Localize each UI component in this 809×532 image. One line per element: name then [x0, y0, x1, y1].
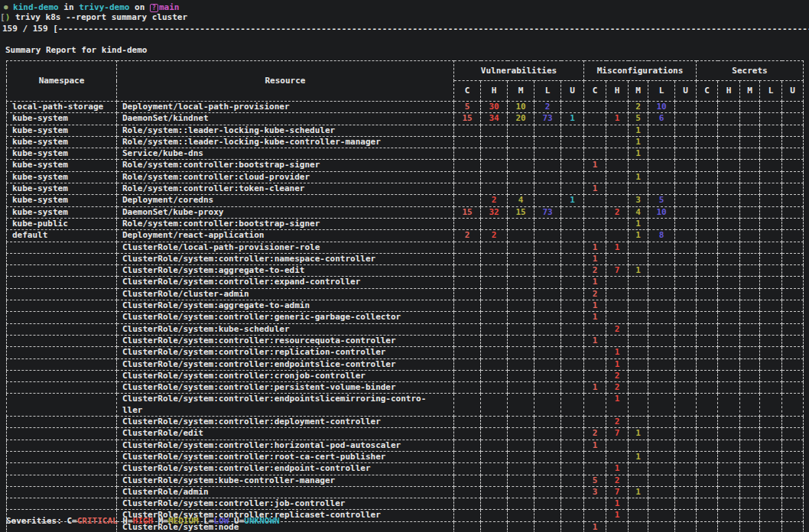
secrets-l-cell — [760, 463, 782, 475]
vuln-c-cell — [454, 312, 481, 323]
namespace-cell — [7, 300, 117, 312]
secrets-c-cell — [697, 148, 718, 160]
vuln-h-cell — [481, 288, 508, 300]
prompt-on-word: on — [135, 2, 145, 12]
misc-h-cell: 1 — [606, 498, 629, 510]
table-row: ClusterRole/cluster-admin2 — [7, 288, 804, 300]
misc-h-cell — [606, 102, 629, 113]
secrets-l-cell — [760, 102, 782, 113]
vuln-m-cell: 15 — [508, 206, 534, 218]
secrets-h-cell — [718, 125, 740, 136]
resource-cell: ClusterRole/edit — [117, 428, 454, 440]
misc-l-cell — [648, 428, 675, 440]
misc-h-cell — [606, 440, 629, 451]
secrets-m-cell — [740, 312, 760, 323]
misc-u-cell — [675, 102, 697, 113]
table-row: ClusterRole/system:controller:generic-ga… — [7, 312, 804, 323]
secrets-h-cell — [718, 370, 740, 381]
misc-h-cell — [606, 288, 629, 300]
misc-c-cell — [584, 195, 606, 206]
git-branch-icon: ? — [150, 4, 158, 12]
vuln-c-cell — [454, 160, 481, 171]
table-row: ClusterRole/system:kube-scheduler2 — [7, 323, 804, 335]
namespace-cell — [7, 463, 117, 475]
vuln-l-cell — [534, 253, 561, 264]
misc-h-cell: 1 — [606, 113, 629, 125]
vuln-m-cell: 10 — [508, 102, 534, 113]
vuln-u-cell — [561, 382, 584, 394]
vuln-u-cell — [561, 335, 584, 346]
vuln-h-cell — [481, 136, 508, 148]
misc-l-cell: 5 — [648, 195, 675, 206]
table-row: ClusterRole/system:controller:endpointsl… — [7, 394, 804, 417]
secrets-u-cell — [782, 370, 804, 381]
misc-u-cell — [675, 498, 697, 510]
resource-cell: Role/system:controller:cloud-provider — [117, 171, 454, 183]
vuln-h-cell — [481, 300, 508, 312]
vuln-c-cell — [454, 382, 481, 394]
misc-u-cell — [675, 183, 697, 195]
misc-c-cell: 1 — [584, 183, 606, 195]
secrets-c-cell — [697, 265, 718, 277]
misc-c-cell — [584, 230, 606, 242]
secrets-h-cell — [718, 358, 740, 370]
table-row: kube-systemRole/system::leader-locking-k… — [7, 125, 804, 136]
vuln-l-cell — [534, 136, 561, 148]
misc-u-cell — [675, 218, 697, 229]
vuln-h-cell — [481, 183, 508, 195]
misc-h-cell — [606, 335, 629, 346]
vuln-l-cell — [534, 265, 561, 277]
misc-m-cell — [629, 358, 648, 370]
secrets-m-cell — [740, 242, 760, 253]
table-row: ClusterRole/system:controller:replicatio… — [7, 347, 804, 358]
misc-u-cell — [675, 253, 697, 264]
secrets-c-cell — [697, 475, 718, 486]
misc-c-cell — [584, 463, 606, 475]
misc-l-cell: 10 — [648, 206, 675, 218]
misc-l-cell — [648, 171, 675, 183]
secrets-l-cell — [760, 394, 782, 417]
resource-cell: ClusterRole/system:controller:persistent… — [117, 382, 454, 394]
misc-m-cell: 1 — [629, 125, 648, 136]
secrets-m-cell — [740, 428, 760, 440]
legend-value: UNKNOWN — [244, 516, 279, 526]
vuln-l-cell — [534, 510, 561, 521]
secrets-m-cell — [740, 206, 760, 218]
misc-l-cell — [648, 300, 675, 312]
legend-value: LOW — [214, 516, 229, 526]
misc-c-cell: 1 — [584, 440, 606, 451]
secrets-h-cell — [718, 510, 740, 521]
vuln-c-cell — [454, 265, 481, 277]
secrets-l-cell — [760, 498, 782, 510]
vuln-h-cell — [481, 475, 508, 486]
vuln-u-cell: 1 — [561, 195, 584, 206]
misc-m-cell — [629, 323, 648, 335]
vuln-h-cell — [481, 382, 508, 394]
namespace-cell — [7, 498, 117, 510]
terminal-window[interactable]: ● kind-demo in trivy-demo on ?main [) tr… — [0, 0, 809, 532]
misc-l-cell — [648, 125, 675, 136]
vuln-l-cell — [534, 230, 561, 242]
vuln-u-cell — [561, 463, 584, 475]
git-branch-name: main — [159, 2, 180, 12]
vuln-h-cell — [481, 498, 508, 510]
secrets-u-cell — [782, 102, 804, 113]
legend-key: C= — [67, 516, 76, 526]
vuln-u-cell — [561, 125, 584, 136]
vuln-h-cell — [481, 125, 508, 136]
vuln-u-cell — [561, 242, 584, 253]
vuln-h-cell — [481, 428, 508, 440]
resource-cell: DaemonSet/kube-proxy — [117, 206, 454, 218]
secrets-l-cell — [760, 195, 782, 206]
misc-l-cell — [648, 323, 675, 335]
secrets-c-cell — [697, 347, 718, 358]
secrets-c-cell — [697, 277, 718, 288]
header-secrets: Secrets — [697, 61, 804, 81]
vuln-l-cell — [534, 125, 561, 136]
secrets-u-cell — [782, 183, 804, 195]
secrets-c-cell — [697, 521, 718, 532]
vuln-c-cell: 15 — [454, 206, 481, 218]
prompt-in-word: in — [63, 2, 73, 12]
misc-c-cell: 1 — [584, 521, 606, 532]
misc-h-cell: 2 — [606, 382, 629, 394]
